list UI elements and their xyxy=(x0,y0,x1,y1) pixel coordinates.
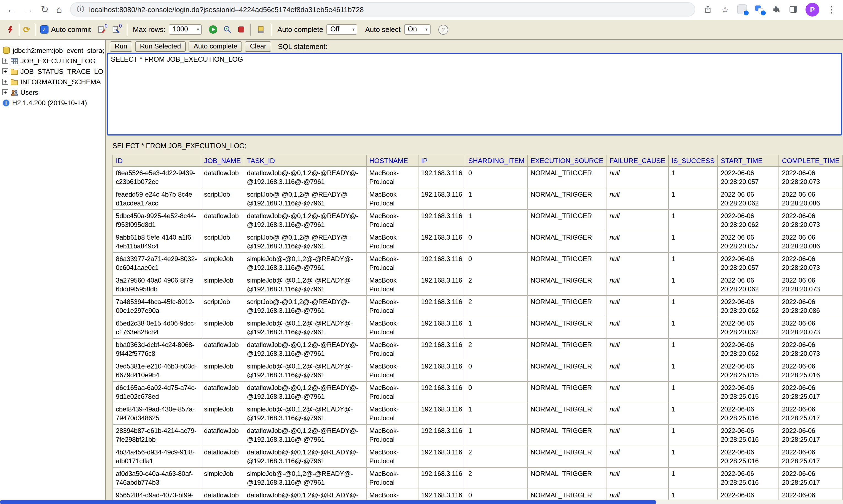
url-bar[interactable]: ⓘ localhost:8080/h2-console/login.do?jse… xyxy=(70,2,695,17)
table-cell: 28394b87-e61b-4214-ac79-7fe298bf21bb xyxy=(113,425,201,446)
profile-avatar[interactable]: P xyxy=(806,2,819,16)
expand-plus-icon[interactable] xyxy=(2,89,8,95)
translate-badge xyxy=(760,10,767,16)
table-cell: 192.168.3.116 xyxy=(418,467,465,489)
column-header-complete-time: COMPLETE_TIME xyxy=(779,155,842,167)
separator xyxy=(127,23,128,36)
refresh-objects-icon[interactable]: ⟳ xyxy=(23,25,30,34)
table-cell: NORMAL_TRIGGER xyxy=(528,253,606,274)
cancel-icon[interactable] xyxy=(237,25,245,34)
browser-menu-icon[interactable]: ⋮ xyxy=(826,4,837,14)
run-icon[interactable] xyxy=(208,25,218,34)
share-icon[interactable] xyxy=(703,4,713,14)
results-table: IDJOB_NAMETASK_IDHOSTNAMEIPSHARDING_ITEM… xyxy=(113,155,843,500)
auto-select-label: Auto select xyxy=(365,25,400,34)
connection-node[interactable]: jdbc:h2:mem:job_event_storage xyxy=(2,45,104,56)
auto-commit-label: Auto commit xyxy=(51,25,91,34)
commit-icon[interactable]: 0 xyxy=(98,25,107,34)
table-cell: 3ed5381e-e210-46b3-b03d-6679d410e9b4 xyxy=(113,360,201,381)
table-cell: 192.168.3.116 xyxy=(418,489,465,500)
table-cell: simpleJob xyxy=(201,317,244,339)
run-selected-button[interactable]: Run Selected xyxy=(135,41,186,52)
expand-plus-icon[interactable] xyxy=(2,58,8,64)
table-cell: null xyxy=(606,489,668,500)
auto-complete-label: Auto complete xyxy=(277,25,323,34)
extensions-puzzle-icon[interactable] xyxy=(771,4,781,14)
table-row: cbef8439-49ad-430e-857a-79470d348625simp… xyxy=(113,403,843,425)
table-cell: 2022-06-06 20:28:25.017 xyxy=(779,446,842,467)
table-row: 86a33977-2a71-4e29-8032-0c6041aae0c1simp… xyxy=(113,253,843,274)
chevron-down-icon: ▾ xyxy=(197,27,199,32)
table-cell: 1 xyxy=(465,210,528,231)
translate-icon[interactable] xyxy=(754,4,764,14)
reload-icon[interactable]: ↻ xyxy=(41,5,49,14)
table-cell: 192.168.3.116 xyxy=(418,403,465,425)
help-icon[interactable]: ? xyxy=(438,24,448,34)
table-cell: dataflowJob xyxy=(201,425,244,446)
forward-icon[interactable]: → xyxy=(24,5,33,14)
clear-button[interactable]: Clear xyxy=(245,41,271,52)
table-cell: 2022-06-06 20:28:30.017 xyxy=(718,489,779,500)
run-selected-icon[interactable] xyxy=(223,25,232,34)
sidebar-item-label: JOB_STATUS_TRACE_LOG xyxy=(20,68,104,75)
table-cell: MacBook-Pro.local xyxy=(366,339,418,360)
table-cell: 2022-06-06 20:28:20.086 xyxy=(779,295,842,317)
table-cell: 2022-06-06 20:28:20.073 xyxy=(779,167,842,188)
horizontal-scrollbar[interactable] xyxy=(0,500,843,504)
table-cell: 2022-06-06 20:28:20.073 xyxy=(779,317,842,339)
sidebar-item-information-schema[interactable]: INFORMATION_SCHEMA xyxy=(2,76,104,87)
table-cell: 1 xyxy=(668,210,718,231)
auto-commit-checkbox[interactable]: ✓ xyxy=(40,25,48,34)
sidebar-item-users[interactable]: Users xyxy=(2,87,104,97)
table-cell: 0 xyxy=(465,167,528,188)
table-cell: null xyxy=(606,231,668,253)
folder-icon xyxy=(11,78,18,85)
scrollbar-thumb[interactable] xyxy=(0,500,656,504)
table-cell: null xyxy=(606,360,668,381)
table-row: 4b34a456-d934-49c9-91f8-afb0171cffa1data… xyxy=(113,446,843,467)
table-cell: 95652f84-d9ad-4073-bf99-0c85882988ae xyxy=(113,489,201,500)
auto-complete-select[interactable]: Off▾ xyxy=(326,24,357,35)
table-cell: NORMAL_TRIGGER xyxy=(528,167,606,188)
clear-icon[interactable] xyxy=(256,25,265,34)
run-button[interactable]: Run xyxy=(110,41,132,52)
expand-plus-icon[interactable] xyxy=(2,68,8,74)
table-cell: NORMAL_TRIGGER xyxy=(528,295,606,317)
max-rows-select[interactable]: 1000▾ xyxy=(169,24,202,35)
extension-icon-1[interactable] xyxy=(737,4,747,14)
database-icon xyxy=(2,46,11,55)
sql-input[interactable]: SELECT * FROM JOB_EXECUTION_LOG xyxy=(107,53,842,136)
table-cell: simpleJob xyxy=(201,360,244,381)
auto-select-select[interactable]: On▾ xyxy=(404,24,430,35)
table-cell: simpleJob xyxy=(201,253,244,274)
table-cell: simpleJob xyxy=(201,467,244,489)
home-icon[interactable]: ⌂ xyxy=(56,5,62,14)
max-rows-value: 1000 xyxy=(173,25,188,33)
table-cell: cbef8439-49ad-430e-857a-79470d348625 xyxy=(113,403,201,425)
table-cell: 2022-06-06 20:28:25.017 xyxy=(779,381,842,403)
site-info-icon[interactable]: ⓘ xyxy=(77,4,84,14)
table-cell: MacBook-Pro.local xyxy=(366,274,418,295)
commit-count: 0 xyxy=(105,24,107,29)
table-cell: NORMAL_TRIGGER xyxy=(528,317,606,339)
disconnect-icon[interactable] xyxy=(5,25,14,34)
table-cell: MacBook-Pro.local xyxy=(366,425,418,446)
sql-statement-label: SQL statement: xyxy=(278,42,327,51)
auto-complete-button[interactable]: Auto complete xyxy=(189,41,242,52)
sidebar-item-job-status-trace-log[interactable]: JOB_STATUS_TRACE_LOG xyxy=(2,66,104,76)
chevron-down-icon: ▾ xyxy=(425,27,428,32)
table-cell: simpleJob@-@0,1,2@-@READY@-@192.168.3.11… xyxy=(244,317,366,339)
rollback-icon[interactable]: 0 xyxy=(112,25,122,34)
bookmark-star-icon[interactable]: ☆ xyxy=(720,4,730,14)
sidebar-item-job-execution-log[interactable]: JOB_EXECUTION_LOG xyxy=(2,56,104,66)
column-header-id: ID xyxy=(113,155,201,167)
table-cell: 2022-06-06 20:28:20.062 xyxy=(718,317,779,339)
side-panel-icon[interactable] xyxy=(788,4,798,14)
back-icon[interactable]: ← xyxy=(6,5,16,14)
table-cell: 1 xyxy=(465,403,528,425)
table-cell: bba0363d-dcbf-4c24-8068-9f442f5776c8 xyxy=(113,339,201,360)
column-header-ip: IP xyxy=(418,155,465,167)
version-node: H2 1.4.200 (2019-10-14) xyxy=(2,97,104,108)
expand-plus-icon[interactable] xyxy=(2,79,8,85)
table-row: 3a279560-40a0-4906-8f79-6ddd9f5958dbsimp… xyxy=(113,274,843,295)
